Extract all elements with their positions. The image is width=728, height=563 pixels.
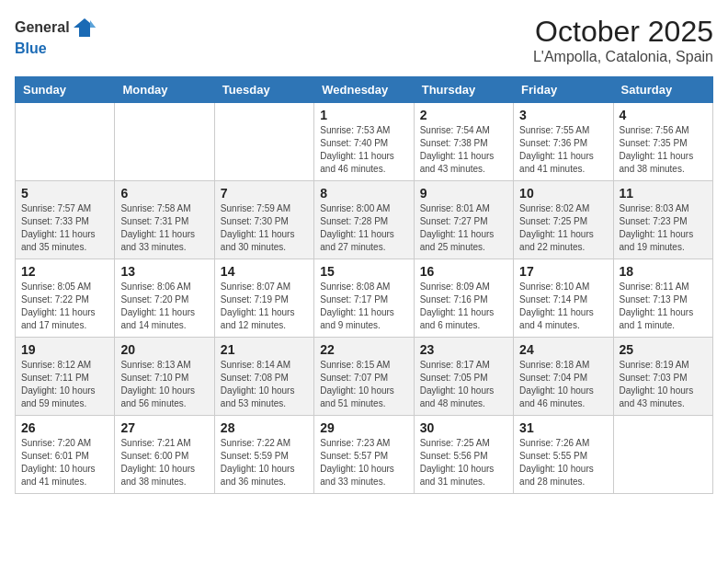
- day-number: 24: [519, 342, 607, 357]
- calendar-cell: 27Sunrise: 7:21 AMSunset: 6:00 PMDayligh…: [115, 416, 214, 494]
- logo-icon: [72, 15, 97, 40]
- month-title: October 2025: [533, 15, 713, 49]
- calendar-cell: [613, 416, 712, 494]
- day-info: Sunrise: 7:20 AMSunset: 6:01 PMDaylight:…: [21, 437, 108, 488]
- day-info: Sunrise: 8:14 AMSunset: 7:08 PMDaylight:…: [221, 359, 308, 410]
- day-number: 31: [519, 420, 607, 435]
- calendar-cell: 31Sunrise: 7:26 AMSunset: 5:55 PMDayligh…: [514, 416, 613, 494]
- day-info: Sunrise: 7:25 AMSunset: 5:56 PMDaylight:…: [420, 437, 507, 488]
- header: General Blue October 2025 L'Ampolla, Cat…: [15, 15, 713, 65]
- calendar-week-row: 5Sunrise: 7:57 AMSunset: 7:33 PMDaylight…: [16, 181, 713, 259]
- logo: General Blue: [15, 15, 97, 57]
- day-info: Sunrise: 8:17 AMSunset: 7:05 PMDaylight:…: [420, 359, 507, 410]
- calendar-cell: 9Sunrise: 8:01 AMSunset: 7:27 PMDaylight…: [414, 181, 513, 259]
- day-number: 30: [420, 420, 507, 435]
- calendar-cell: 21Sunrise: 8:14 AMSunset: 7:08 PMDayligh…: [214, 338, 313, 416]
- calendar-cell: 30Sunrise: 7:25 AMSunset: 5:56 PMDayligh…: [414, 416, 513, 494]
- day-number: 19: [21, 342, 108, 357]
- day-number: 14: [221, 264, 308, 279]
- day-number: 6: [120, 186, 208, 201]
- day-info: Sunrise: 8:08 AMSunset: 7:17 PMDaylight:…: [320, 281, 407, 332]
- calendar-cell: 19Sunrise: 8:12 AMSunset: 7:11 PMDayligh…: [16, 338, 115, 416]
- day-info: Sunrise: 8:12 AMSunset: 7:11 PMDaylight:…: [21, 359, 108, 410]
- day-info: Sunrise: 7:57 AMSunset: 7:33 PMDaylight:…: [21, 202, 108, 254]
- day-number: 16: [420, 264, 507, 279]
- location-title: L'Ampolla, Catalonia, Spain: [533, 49, 713, 65]
- calendar-cell: 24Sunrise: 8:18 AMSunset: 7:04 PMDayligh…: [514, 338, 613, 416]
- calendar-cell: 12Sunrise: 8:05 AMSunset: 7:22 PMDayligh…: [16, 259, 115, 338]
- calendar-cell: 8Sunrise: 8:00 AMSunset: 7:28 PMDaylight…: [314, 181, 414, 259]
- day-info: Sunrise: 8:05 AMSunset: 7:22 PMDaylight:…: [21, 281, 108, 332]
- weekday-header-thursday: Thursday: [414, 77, 513, 103]
- calendar-cell: [16, 103, 115, 181]
- calendar-cell: 14Sunrise: 8:07 AMSunset: 7:19 PMDayligh…: [214, 259, 313, 338]
- calendar-cell: 13Sunrise: 8:06 AMSunset: 7:20 PMDayligh…: [115, 259, 214, 338]
- calendar-cell: 2Sunrise: 7:54 AMSunset: 7:38 PMDaylight…: [414, 103, 513, 181]
- svg-marker-1: [90, 20, 96, 28]
- day-info: Sunrise: 8:06 AMSunset: 7:20 PMDaylight:…: [120, 281, 208, 332]
- calendar-cell: 11Sunrise: 8:03 AMSunset: 7:23 PMDayligh…: [613, 181, 712, 259]
- weekday-header-saturday: Saturday: [613, 77, 712, 103]
- day-info: Sunrise: 8:02 AMSunset: 7:25 PMDaylight:…: [519, 202, 607, 254]
- calendar-table: SundayMondayTuesdayWednesdayThursdayFrid…: [15, 76, 713, 494]
- day-number: 13: [120, 264, 208, 279]
- calendar-cell: 5Sunrise: 7:57 AMSunset: 7:33 PMDaylight…: [16, 181, 115, 259]
- day-number: 27: [120, 420, 208, 435]
- day-number: 5: [21, 186, 108, 201]
- day-number: 29: [320, 420, 407, 435]
- logo-general-text: General: [15, 19, 70, 36]
- calendar-cell: 25Sunrise: 8:19 AMSunset: 7:03 PMDayligh…: [613, 338, 712, 416]
- calendar-cell: [115, 103, 214, 181]
- calendar-cell: 10Sunrise: 8:02 AMSunset: 7:25 PMDayligh…: [514, 181, 613, 259]
- day-info: Sunrise: 8:18 AMSunset: 7:04 PMDaylight:…: [519, 359, 607, 410]
- day-number: 4: [620, 108, 707, 122]
- day-number: 8: [320, 186, 407, 201]
- calendar-week-row: 19Sunrise: 8:12 AMSunset: 7:11 PMDayligh…: [16, 338, 713, 416]
- day-info: Sunrise: 8:03 AMSunset: 7:23 PMDaylight:…: [620, 202, 707, 254]
- day-number: 11: [620, 186, 707, 201]
- calendar-cell: [214, 103, 313, 181]
- day-number: 25: [620, 342, 707, 357]
- day-info: Sunrise: 7:56 AMSunset: 7:35 PMDaylight:…: [620, 124, 707, 176]
- day-number: 7: [221, 186, 308, 201]
- day-info: Sunrise: 7:26 AMSunset: 5:55 PMDaylight:…: [519, 437, 607, 488]
- day-info: Sunrise: 7:58 AMSunset: 7:31 PMDaylight:…: [120, 202, 208, 254]
- day-info: Sunrise: 7:21 AMSunset: 6:00 PMDaylight:…: [120, 437, 208, 488]
- calendar-week-row: 26Sunrise: 7:20 AMSunset: 6:01 PMDayligh…: [16, 416, 713, 494]
- calendar-cell: 22Sunrise: 8:15 AMSunset: 7:07 PMDayligh…: [314, 338, 414, 416]
- weekday-header-sunday: Sunday: [16, 77, 115, 103]
- day-number: 12: [21, 264, 108, 279]
- day-info: Sunrise: 7:22 AMSunset: 5:59 PMDaylight:…: [221, 437, 308, 488]
- day-number: 10: [519, 186, 607, 201]
- weekday-header-monday: Monday: [115, 77, 214, 103]
- day-number: 28: [221, 420, 308, 435]
- day-number: 2: [420, 108, 507, 122]
- day-info: Sunrise: 7:59 AMSunset: 7:30 PMDaylight:…: [221, 202, 308, 254]
- day-info: Sunrise: 8:10 AMSunset: 7:14 PMDaylight:…: [519, 281, 607, 332]
- title-area: October 2025 L'Ampolla, Catalonia, Spain: [533, 15, 713, 65]
- day-info: Sunrise: 8:11 AMSunset: 7:13 PMDaylight:…: [620, 281, 707, 332]
- calendar-week-row: 1Sunrise: 7:53 AMSunset: 7:40 PMDaylight…: [16, 103, 713, 181]
- day-number: 18: [620, 264, 707, 279]
- day-info: Sunrise: 7:23 AMSunset: 5:57 PMDaylight:…: [320, 437, 407, 488]
- calendar-cell: 7Sunrise: 7:59 AMSunset: 7:30 PMDaylight…: [214, 181, 313, 259]
- calendar-cell: 1Sunrise: 7:53 AMSunset: 7:40 PMDaylight…: [314, 103, 414, 181]
- weekday-header-row: SundayMondayTuesdayWednesdayThursdayFrid…: [16, 77, 713, 103]
- day-number: 26: [21, 420, 108, 435]
- day-info: Sunrise: 7:54 AMSunset: 7:38 PMDaylight:…: [420, 124, 507, 176]
- day-info: Sunrise: 7:55 AMSunset: 7:36 PMDaylight:…: [519, 124, 607, 176]
- day-number: 22: [320, 342, 407, 357]
- day-number: 3: [519, 108, 607, 122]
- day-info: Sunrise: 8:01 AMSunset: 7:27 PMDaylight:…: [420, 202, 507, 254]
- weekday-header-tuesday: Tuesday: [214, 77, 313, 103]
- calendar-cell: 18Sunrise: 8:11 AMSunset: 7:13 PMDayligh…: [613, 259, 712, 338]
- calendar-cell: 16Sunrise: 8:09 AMSunset: 7:16 PMDayligh…: [414, 259, 513, 338]
- day-number: 23: [420, 342, 507, 357]
- weekday-header-friday: Friday: [514, 77, 613, 103]
- day-info: Sunrise: 8:07 AMSunset: 7:19 PMDaylight:…: [221, 281, 308, 332]
- day-number: 21: [221, 342, 308, 357]
- day-info: Sunrise: 8:15 AMSunset: 7:07 PMDaylight:…: [320, 359, 407, 410]
- day-number: 9: [420, 186, 507, 201]
- calendar-cell: 20Sunrise: 8:13 AMSunset: 7:10 PMDayligh…: [115, 338, 214, 416]
- calendar-cell: 23Sunrise: 8:17 AMSunset: 7:05 PMDayligh…: [414, 338, 513, 416]
